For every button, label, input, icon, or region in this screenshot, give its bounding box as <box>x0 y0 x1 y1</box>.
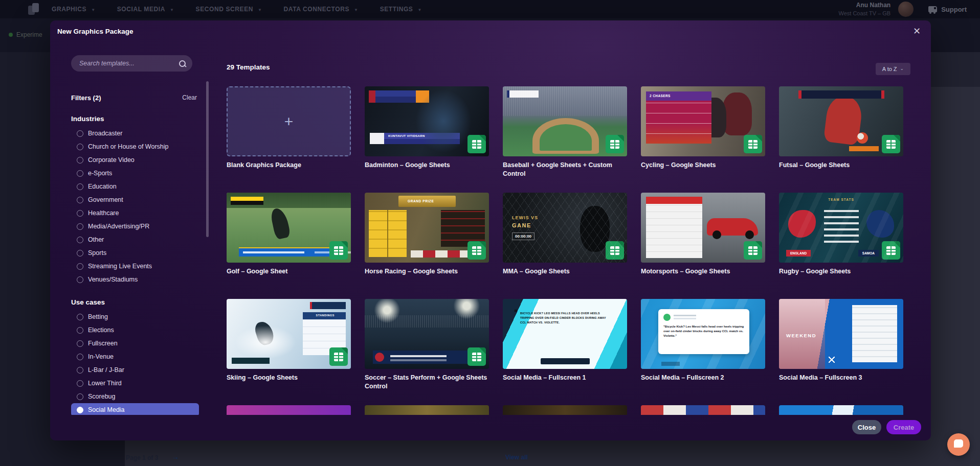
google-sheets-icon <box>329 241 348 260</box>
template-thumbnail: KUNTAVUT VITIDSARN <box>365 86 489 156</box>
use-case-option[interactable]: In-Venue <box>71 350 199 363</box>
template-thumbnail: "Bicycle Kick? Leo Messi falls head over… <box>641 299 765 369</box>
google-sheets-icon <box>606 241 624 260</box>
template-thumbnail <box>641 405 765 415</box>
template-card[interactable]: WEEKENDSocial Media – Fullscreen 3 <box>779 299 903 405</box>
industry-option[interactable]: Streaming Live Events <box>71 260 199 273</box>
thumbnail-text: 00:00:00 <box>512 232 534 240</box>
google-sheets-icon <box>606 135 624 153</box>
industry-option[interactable]: Sports <box>71 246 199 260</box>
use-case-option[interactable]: Elections <box>71 323 199 337</box>
template-card[interactable]: LEWIS VSGANE00:00:00MMA – Google Sheets <box>503 193 627 299</box>
template-card[interactable]: STANDINGSSkiing – Google Sheets <box>227 299 351 405</box>
industry-option[interactable]: Venues/Stadiums <box>71 273 199 286</box>
thumbnail-text: WEEKEND <box>786 333 816 338</box>
sort-label: A to Z <box>882 66 897 72</box>
thumbnail-text: 2 CHASERS <box>650 94 671 98</box>
template-label: Badminton – Google Sheets <box>365 161 489 170</box>
template-card[interactable] <box>365 405 489 415</box>
industry-option[interactable]: Other <box>71 233 199 246</box>
template-card[interactable]: Baseball + Google Sheets + Custom Contro… <box>503 86 627 193</box>
industry-option-label: Government <box>88 196 123 203</box>
template-label: MMA – Google Sheets <box>503 267 627 276</box>
thumbnail-text: SAMOA <box>858 250 879 257</box>
use-case-option[interactable]: Fullscreen <box>71 337 199 350</box>
google-sheets-icon <box>329 347 348 366</box>
search-icon <box>179 60 186 67</box>
template-thumbnail: WEEKEND <box>779 299 903 369</box>
template-card[interactable] <box>503 405 627 415</box>
template-card[interactable] <box>227 405 351 415</box>
use-case-option-label: Social Media <box>88 406 125 413</box>
template-thumbnail: GRAND PRIZE <box>365 193 489 263</box>
radio-button-icon <box>77 367 83 374</box>
radio-button-icon <box>77 210 83 217</box>
industry-option-label: e-Sports <box>88 170 112 177</box>
chat-widget-button[interactable] <box>947 433 970 456</box>
radio-button-icon <box>77 340 83 347</box>
industry-option[interactable]: Healthcare <box>71 206 199 220</box>
industries-heading: Industries <box>71 115 199 123</box>
filters-sidebar: Filters (2) Clear Industries Broadcaster… <box>71 92 199 415</box>
sidebar-scrollbar[interactable] <box>206 81 209 237</box>
create-button[interactable]: Create <box>886 420 921 434</box>
blank-template-card[interactable]: +Blank Graphics Package <box>227 86 351 193</box>
industry-option[interactable]: Education <box>71 180 199 193</box>
template-thumbnail <box>365 405 489 415</box>
template-label: Horse Racing – Google Sheets <box>365 267 489 276</box>
template-card[interactable]: GRAND PRIZEHorse Racing – Google Sheets <box>365 193 489 299</box>
use-case-option[interactable]: Scorebug <box>71 390 199 403</box>
industry-option[interactable]: e-Sports <box>71 167 199 180</box>
template-card[interactable]: TEAM STATSENGLANDSAMOARugby – Google She… <box>779 193 903 299</box>
radio-button-icon <box>77 157 83 164</box>
industry-option[interactable]: Government <box>71 193 199 206</box>
industry-option-label: Media/Advertising/PR <box>88 223 149 230</box>
radio-button-icon <box>77 393 83 400</box>
template-card[interactable] <box>641 405 765 415</box>
template-thumbnail <box>227 405 351 415</box>
use-case-option-label: In-Venue <box>88 353 114 360</box>
close-icon[interactable]: ✕ <box>910 22 924 40</box>
industry-option[interactable]: Corporate Video <box>71 153 199 167</box>
template-thumbnail: TEAM STATSENGLANDSAMOA <box>779 193 903 263</box>
use-case-option[interactable]: Betting <box>71 310 199 323</box>
radio-button-icon <box>77 250 83 257</box>
industry-option[interactable]: Church or House of Worship <box>71 140 199 153</box>
thumbnail-text: ENGLAND <box>786 250 811 257</box>
template-card[interactable]: KUNTAVUT VITIDSARNBadminton – Google She… <box>365 86 489 193</box>
thumbnail-text: KUNTAVUT VITIDSARN <box>388 134 425 137</box>
templates-count: 29 Templates <box>227 63 270 71</box>
template-card[interactable]: "Bicycle Kick? Leo Messi falls head over… <box>641 299 765 405</box>
google-sheets-icon <box>744 135 762 153</box>
search-input[interactable] <box>79 60 179 67</box>
sort-dropdown[interactable]: A to Z ⌄ <box>876 63 910 75</box>
app-root: Experime Page 1 of 3 → View all GRAPHICS… <box>0 0 980 466</box>
use-case-option[interactable]: Social Media <box>71 403 199 415</box>
template-thumbnail: STANDINGS <box>227 299 351 369</box>
close-button[interactable]: Close <box>852 420 881 434</box>
clear-filters-link[interactable]: Clear <box>182 94 197 101</box>
radio-button-icon <box>77 197 83 203</box>
thumbnail-text: GRAND PRIZE <box>408 199 434 203</box>
use-case-option[interactable]: Lower Third <box>71 377 199 390</box>
thumbnail-text: ❝ <box>514 308 518 316</box>
template-card[interactable]: BICYCLE KICK? LEO MESSI FALLS HEAD OVER … <box>503 299 627 405</box>
thumbnail-text: STANDINGS <box>316 314 335 317</box>
template-label: Motorsports – Google Sheets <box>641 267 765 276</box>
template-label: Skiing – Google Sheets <box>227 374 351 382</box>
radio-button-icon <box>77 380 83 387</box>
template-label: Blank Graphics Package <box>227 161 351 170</box>
use-case-option[interactable]: L-Bar / J-Bar <box>71 363 199 377</box>
template-card[interactable]: Motorsports – Google Sheets <box>641 193 765 299</box>
industry-option-label: Church or House of Worship <box>88 143 168 150</box>
template-card[interactable]: 2 CHASERSCycling – Google Sheets <box>641 86 765 193</box>
industry-option[interactable]: Media/Advertising/PR <box>71 220 199 233</box>
use-cases-list: Betting Elections Fullscreen In-Venue L-… <box>71 310 199 415</box>
chevron-down-icon: ⌄ <box>900 66 904 71</box>
template-card[interactable] <box>779 405 903 415</box>
radio-button-icon <box>77 130 83 137</box>
template-card[interactable]: Soccer – Stats Perform + Google Sheets C… <box>365 299 489 405</box>
template-card[interactable]: Golf – Google Sheet <box>227 193 351 299</box>
industry-option[interactable]: Broadcaster <box>71 127 199 140</box>
template-card[interactable]: Futsal – Google Sheets <box>779 86 903 193</box>
